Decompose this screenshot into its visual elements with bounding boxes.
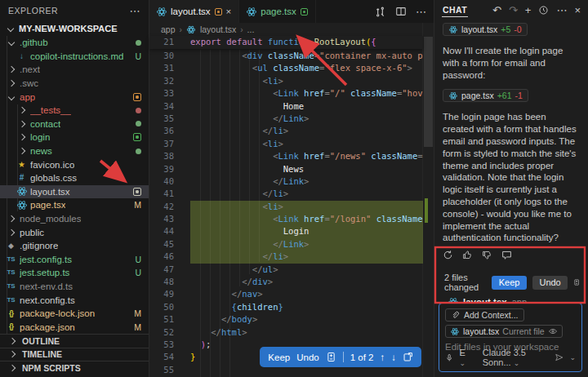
code-line-46[interactable]: 46 </li>: [149, 251, 423, 263]
tree-item-.github[interactable]: .github: [0, 36, 149, 50]
code-line-36[interactable]: 36 </li>: [149, 125, 423, 137]
editor-scrollbar[interactable]: [422, 23, 434, 377]
tree-item-next-env.d.ts[interactable]: TSnext-env.d.ts: [0, 280, 149, 294]
code-area[interactable]: 30 <div className="container mx-auto px-…: [149, 50, 423, 377]
tree-item-package-lock.json[interactable]: {}package-lock.jsonM: [0, 307, 149, 321]
thumbs-up-icon[interactable]: [462, 250, 473, 260]
code-line-39[interactable]: 39 News: [149, 163, 423, 175]
undo-icon[interactable]: ↶: [492, 5, 501, 16]
add-context-button[interactable]: Add Context...: [445, 308, 524, 322]
tree-item-favicon.ico[interactable]: ★favicon.ico: [0, 157, 149, 171]
keep-button[interactable]: Keep: [268, 353, 290, 362]
tree-item-jest.config.ts[interactable]: TSjest.config.tsU: [0, 253, 149, 267]
code-line-51[interactable]: 51 </body>: [149, 313, 423, 326]
redo-icon[interactable]: ↷: [509, 5, 518, 16]
code-line-43[interactable]: 43 <Link href="/login" className="hove: [149, 213, 423, 225]
keep-button[interactable]: Keep: [492, 276, 528, 290]
close-icon[interactable]: ×: [574, 5, 581, 16]
diff-file-icon[interactable]: [326, 352, 336, 362]
sidebar-section-npm-scripts[interactable]: NPM SCRIPTS: [0, 361, 149, 375]
next-change-icon[interactable]: ↓: [391, 353, 396, 362]
mode-picker[interactable]: E ⌄: [459, 348, 470, 367]
history-icon[interactable]: [538, 5, 549, 16]
tree-item-public[interactable]: public: [0, 225, 149, 239]
tree-item-contact[interactable]: contact: [0, 118, 149, 131]
tree-item-.gitignore[interactable]: ◆.gitignore: [0, 239, 149, 253]
send-options-chevron-icon[interactable]: ⌄: [569, 353, 576, 361]
microphone-icon[interactable]: [445, 353, 453, 363]
tree-item-copilot-instructions.md[interactable]: ↓copilot-instructions.mdU: [0, 50, 149, 64]
tree-item-login[interactable]: login: [0, 131, 149, 144]
modified-badge-icon: [301, 8, 308, 16]
tree-item-layout.tsx[interactable]: layout.tsx: [0, 185, 149, 199]
code-line-49[interactable]: 49 </nav>: [149, 288, 423, 300]
tree-item-.swc[interactable]: .swc: [0, 77, 149, 91]
close-icon[interactable]: ×: [226, 7, 232, 16]
code-line-48[interactable]: 48 </div>: [149, 276, 423, 288]
sticky-line-21[interactable]: 21export default function RootLayout({: [149, 36, 376, 48]
undo-button[interactable]: Undo: [296, 353, 319, 362]
tree-item-app[interactable]: app: [0, 90, 149, 104]
tab-layout-tsx[interactable]: layout.tsx ×: [149, 0, 239, 23]
tab-page-tsx[interactable]: page.tsx: [239, 0, 315, 23]
breadcrumb-file[interactable]: layout.tsx: [200, 24, 236, 34]
code-line-45[interactable]: 45 </Link>: [149, 238, 423, 251]
comment-icon[interactable]: [501, 250, 512, 260]
send-icon[interactable]: [555, 352, 564, 363]
code-line-50[interactable]: 50 {children}: [149, 301, 423, 313]
tree-item-package.json[interactable]: {}package.jsonM: [0, 320, 149, 334]
code-line-41[interactable]: 41 </li>: [149, 188, 423, 200]
thumbs-down-icon[interactable]: [482, 250, 492, 260]
code-line-31[interactable]: 31 <ul className="flex space-x-6">: [149, 62, 423, 74]
view-edits-icon[interactable]: [573, 277, 580, 288]
code-line-30[interactable]: 30 <div className="container mx-auto px-…: [149, 50, 423, 62]
tree-item-globals.css[interactable]: #globals.css: [0, 171, 149, 185]
eye-icon[interactable]: [548, 326, 558, 336]
explorer-more-icon[interactable]: ⋯: [130, 6, 141, 16]
tree-item-news[interactable]: news: [0, 144, 149, 158]
code-line-47[interactable]: 47 </ul>: [149, 264, 423, 276]
open-changes-icon[interactable]: [403, 352, 413, 362]
context-chip-current-file[interactable]: layout.tsx Current file: [445, 325, 563, 338]
tree-item-node_modules[interactable]: node_modules: [0, 212, 149, 226]
tree-item-jest.setup.ts[interactable]: TSjest.setup.tsU: [0, 266, 149, 280]
code-line-37[interactable]: 37 <li>: [149, 138, 423, 150]
code-line-52[interactable]: 52 </html>: [149, 326, 423, 339]
code-line-40[interactable]: 40 </Link>: [149, 175, 423, 188]
code-line-33[interactable]: 33 <Link href="/" className="hover:te: [149, 87, 423, 100]
sticky-scroll-line[interactable]: 21export default function RootLayout({: [149, 36, 423, 49]
line-number: 45: [149, 238, 174, 251]
breadcrumb-folder[interactable]: app: [161, 24, 176, 34]
code-line-44[interactable]: 44 Login: [149, 225, 423, 237]
tab-chat[interactable]: CHAT: [442, 2, 468, 17]
scrollbar-thumb[interactable]: [424, 37, 433, 147]
chat-more-icon[interactable]: ⋯: [556, 5, 567, 16]
code-line-34[interactable]: 34 Home: [149, 100, 423, 113]
tree-item-__tests__[interactable]: __tests__: [0, 104, 149, 118]
file-chip[interactable]: page.tsx +61 -1: [443, 89, 528, 102]
editor-more-icon[interactable]: ⋯: [416, 7, 426, 17]
square-badge-icon: [133, 133, 141, 141]
code-line-35[interactable]: 35 </Link>: [149, 113, 423, 125]
new-chat-icon[interactable]: +: [525, 5, 532, 16]
model-picker[interactable]: Claude 3.5 Sonn... ⌄: [483, 348, 549, 367]
sidebar-section-timeline[interactable]: TIMELINE: [0, 348, 149, 361]
tree-item-label: package-lock.json: [20, 308, 95, 318]
file-chip[interactable]: layout.tsx +5 -0: [443, 23, 528, 36]
tree-item-page.tsx[interactable]: page.tsxM: [0, 198, 149, 212]
previous-change-icon[interactable]: ↑: [381, 353, 385, 362]
breadcrumb-symbol[interactable]: ...: [247, 24, 255, 34]
sidebar-section-outline[interactable]: OUTLINE: [0, 334, 149, 348]
code-line-42[interactable]: 42 <li>: [149, 201, 423, 213]
workspace-root-row[interactable]: MY-NEW-WORKSPACE: [0, 21, 149, 36]
tree-item-.next[interactable]: .next: [0, 63, 149, 77]
tree-item-next.config.ts[interactable]: TSnext.config.ts: [0, 293, 149, 307]
compare-changes-icon[interactable]: [374, 6, 386, 18]
chat-input-box[interactable]: Add Context... layout.tsx Current file E…: [439, 303, 582, 372]
breadcrumb[interactable]: app › layout.tsx › ...: [149, 23, 434, 36]
regenerate-icon[interactable]: [443, 250, 453, 260]
undo-button[interactable]: Undo: [532, 276, 567, 290]
split-editor-icon[interactable]: [395, 6, 407, 17]
code-line-38[interactable]: 38 <Link href="/news" className="hover: [149, 150, 423, 162]
code-line-32[interactable]: 32 <li>: [149, 75, 423, 87]
